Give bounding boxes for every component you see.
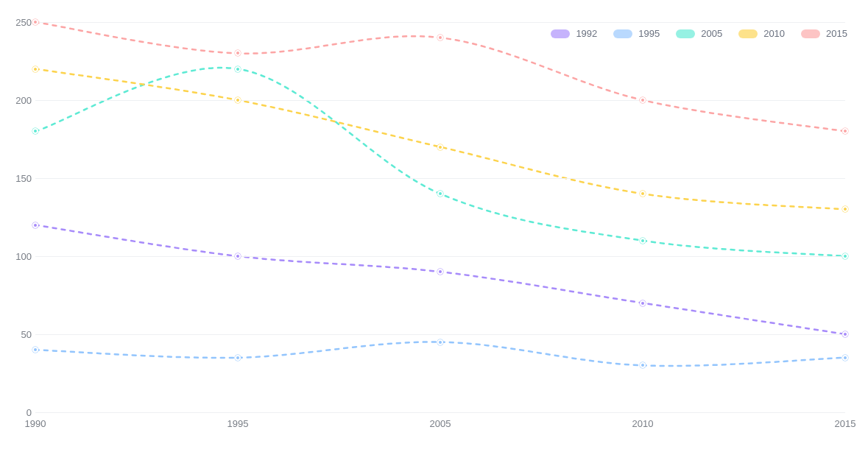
data-point [842, 331, 848, 337]
y-tick-label: 250 [4, 17, 32, 28]
data-point [842, 253, 848, 259]
x-tick-label: 2015 [835, 418, 856, 429]
x-tick-label: 1990 [25, 418, 46, 429]
grid-line [35, 412, 845, 413]
grid-line [35, 334, 845, 335]
data-point [842, 355, 848, 361]
data-point [235, 50, 241, 56]
y-tick-label: 200 [4, 95, 32, 106]
series-line [35, 69, 845, 210]
data-point [32, 128, 38, 134]
grid-line [35, 256, 845, 257]
data-point [437, 144, 443, 150]
data-point [640, 300, 646, 306]
data-point [235, 66, 241, 72]
data-point [640, 238, 646, 244]
data-point [235, 355, 241, 361]
series-line [35, 225, 845, 334]
x-tick-label: 2010 [632, 418, 654, 429]
series-line [35, 342, 845, 366]
data-point [437, 339, 443, 345]
data-point [235, 97, 241, 103]
data-point [32, 222, 38, 228]
series-line [35, 68, 845, 256]
grid-line [35, 22, 845, 23]
data-point [640, 191, 646, 197]
y-tick-label: 150 [4, 173, 32, 184]
y-tick-label: 50 [4, 329, 32, 340]
data-point [32, 66, 38, 72]
plot-area [35, 22, 845, 412]
x-tick-label: 2005 [430, 418, 451, 429]
data-point [235, 253, 241, 259]
y-tick-label: 0 [4, 407, 32, 418]
data-point [640, 97, 646, 103]
data-point [437, 191, 443, 197]
data-point [842, 128, 848, 134]
x-tick-label: 1995 [227, 418, 249, 429]
data-point [32, 19, 38, 25]
data-point [640, 362, 646, 368]
y-tick-label: 100 [4, 251, 32, 262]
data-point [842, 206, 848, 212]
data-point [32, 347, 38, 353]
chart-lines [35, 22, 845, 412]
data-point [437, 269, 443, 275]
grid-line [35, 178, 845, 179]
data-point [437, 35, 443, 40]
line-chart: 19921995200520102015 0501001502002501990… [0, 0, 868, 466]
grid-line [35, 100, 845, 101]
